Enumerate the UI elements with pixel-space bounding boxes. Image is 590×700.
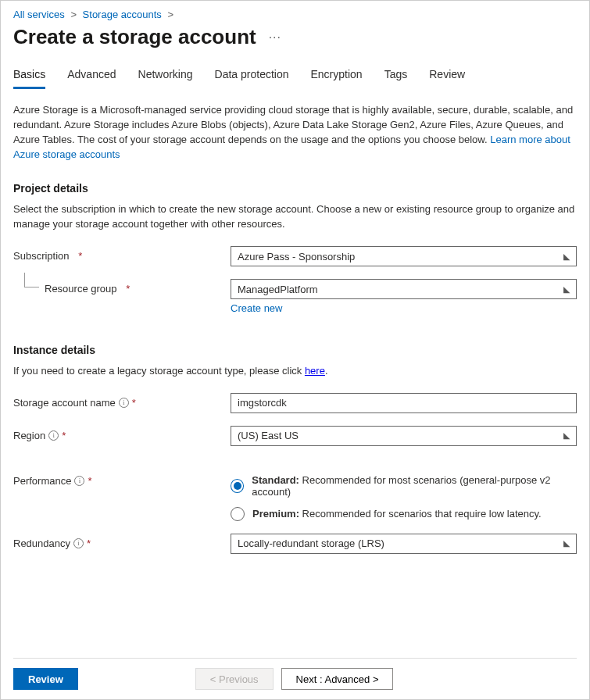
breadcrumb-link-storage-accounts[interactable]: Storage accounts [83,9,162,20]
performance-standard-radio[interactable]: Standard: Recommended for most scenarios… [231,474,577,498]
tab-data-protection[interactable]: Data protection [215,68,289,89]
next-button[interactable]: Next : Advanced > [281,668,394,690]
radio-icon [231,507,245,521]
intro-text: Azure Storage is a Microsoft-managed ser… [13,103,577,162]
resource-group-value: ManagedPlatform [238,284,318,295]
breadcrumb-link-all-services[interactable]: All services [13,9,65,20]
tab-encryption[interactable]: Encryption [311,68,363,89]
label-resource-group: Resource group * [45,279,231,295]
label-redundancy: Redundancy i * [13,534,231,549]
region-value: (US) East US [238,430,299,441]
tab-networking[interactable]: Networking [138,68,193,89]
label-performance: Performance i * [13,471,231,487]
info-icon[interactable]: i [48,430,59,441]
footer-bar: Review < Previous Next : Advanced > [13,658,577,690]
page-title: Create a storage account [13,25,256,49]
legacy-note: If you need to create a legacy storage a… [13,364,577,379]
more-menu-icon[interactable]: ··· [269,30,281,45]
performance-premium-radio[interactable]: Premium: Recommended for scenarios that … [231,507,577,521]
subscription-value: Azure Pass - Sponsorship [238,251,355,262]
section-title-instance: Instance details [13,344,577,356]
chevron-right-icon: > [70,9,77,20]
chevron-right-icon: > [167,9,173,20]
label-subscription: Subscription * [13,246,231,262]
legacy-link[interactable]: here [305,365,325,377]
previous-button: < Previous [195,668,274,690]
chevron-down-icon: ◣ [563,252,570,262]
region-select[interactable]: (US) East US ◣ [231,426,577,446]
chevron-down-icon: ◣ [563,430,570,441]
tab-tags[interactable]: Tags [384,68,408,89]
tab-advanced[interactable]: Advanced [67,68,116,89]
label-storage-account-name: Storage account name i * [13,393,231,409]
redundancy-select[interactable]: Locally-redundant storage (LRS) ◣ [231,534,577,554]
subscription-select[interactable]: Azure Pass - Sponsorship ◣ [231,246,577,266]
performance-standard-label: Standard: Recommended for most scenarios… [252,474,577,498]
info-icon[interactable]: i [119,398,129,408]
resource-group-select[interactable]: ManagedPlatform ◣ [231,279,577,299]
performance-premium-label: Premium: Recommended for scenarios that … [252,508,542,520]
chevron-down-icon: ◣ [563,538,570,548]
tab-basics[interactable]: Basics [13,68,45,89]
info-icon[interactable]: i [74,476,84,486]
radio-icon [231,479,244,493]
tab-bar: Basics Advanced Networking Data protecti… [13,68,577,89]
review-button[interactable]: Review [13,668,78,690]
tab-review[interactable]: Review [429,68,465,89]
storage-account-name-input[interactable]: imgstorcdk [231,393,577,413]
create-new-link[interactable]: Create new [231,302,282,314]
info-icon[interactable]: i [73,538,84,548]
redundancy-value: Locally-redundant storage (LRS) [238,538,384,549]
breadcrumb: All services > Storage accounts > [13,9,577,20]
section-title-project: Project details [13,182,577,195]
storage-account-name-value: imgstorcdk [238,397,287,409]
chevron-down-icon: ◣ [563,284,570,295]
label-region: Region i * [13,426,231,441]
section-desc-project: Select the subscription in which to crea… [13,202,577,232]
